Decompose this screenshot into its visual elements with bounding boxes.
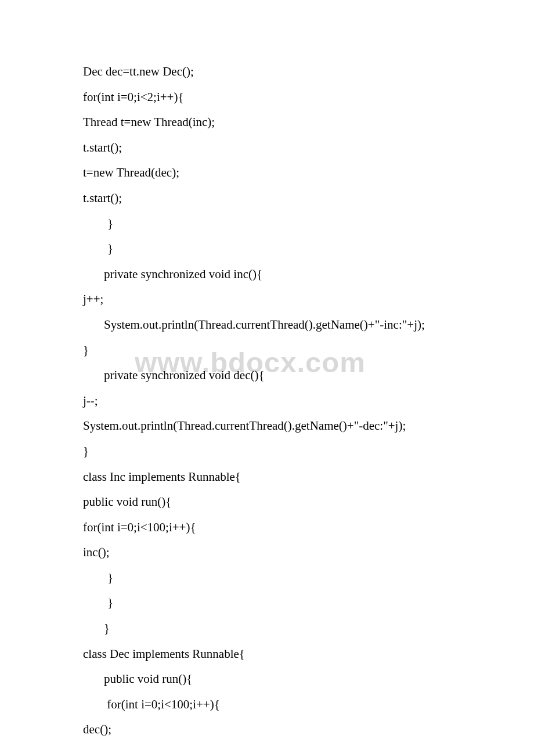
code-line: } — [83, 344, 534, 357]
code-line: dec(); — [83, 723, 534, 736]
code-line: Dec dec=tt.new Dec(); — [83, 65, 534, 78]
code-line: public void run(){ — [83, 672, 534, 686]
code-line: } — [83, 217, 534, 231]
code-line: } — [83, 622, 534, 635]
code-line: inc(); — [83, 546, 534, 559]
code-block: Dec dec=tt.new Dec(); for(int i=0;i<2;i+… — [83, 65, 534, 737]
code-line: t.start(); — [83, 141, 534, 154]
code-line: class Dec implements Runnable{ — [83, 647, 534, 661]
code-line: private synchronized void inc(){ — [83, 268, 534, 281]
code-line: System.out.println(Thread.currentThread(… — [83, 318, 534, 332]
code-line: for(int i=0;i<2;i++){ — [83, 91, 534, 104]
code-line: } — [83, 445, 534, 458]
code-line: public void run(){ — [83, 495, 534, 509]
code-line: private synchronized void dec(){ — [83, 369, 534, 382]
code-line: } — [83, 596, 534, 610]
code-line: for(int i=0;i<100;i++){ — [83, 521, 534, 534]
code-line: } — [83, 571, 534, 585]
code-line: t=new Thread(dec); — [83, 166, 534, 179]
code-line: } — [83, 242, 534, 255]
code-line: class Inc implements Runnable{ — [83, 470, 534, 484]
code-line: for(int i=0;i<100;i++){ — [83, 698, 534, 711]
code-line: t.start(); — [83, 192, 534, 205]
code-line: j--; — [83, 394, 534, 408]
code-line: System.out.println(Thread.currentThread(… — [83, 419, 534, 433]
code-line: Thread t=new Thread(inc); — [83, 116, 534, 129]
code-line: j++; — [83, 293, 534, 306]
